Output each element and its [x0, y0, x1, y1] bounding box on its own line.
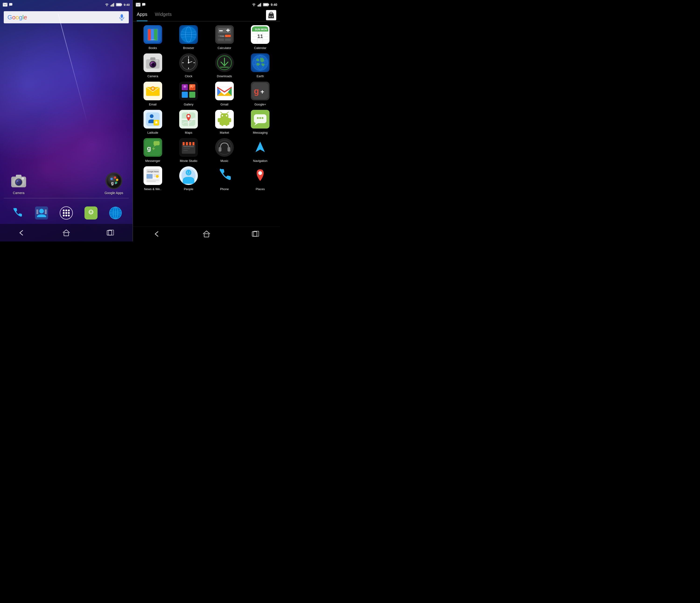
nav-recents-right[interactable] — [249, 229, 262, 238]
app-item-books[interactable]: Books — [136, 25, 170, 50]
maps-label: Maps — [185, 131, 192, 134]
app-item-calculator[interactable]: 7 8 9 ÷ Calculator — [207, 25, 242, 50]
nav-back-right[interactable] — [150, 229, 165, 238]
app-item-email[interactable]: @ Email — [136, 82, 170, 106]
news-label: News & We.. — [144, 187, 161, 191]
svg-rect-72 — [268, 4, 269, 5]
search-bar[interactable]: Google — [4, 11, 129, 23]
svg-rect-108 — [150, 57, 155, 60]
status-bar-right: 9:40 — [133, 0, 280, 9]
app-item-downloads[interactable]: Downloads — [207, 53, 242, 78]
clock-icon — [179, 53, 198, 72]
svg-point-3 — [106, 6, 107, 6]
app-item-messaging[interactable]: Messaging — [243, 110, 277, 134]
app-item-googleplus[interactable]: g + Google+ — [243, 82, 277, 106]
app-item-moviestudio[interactable]: Movie Studio — [172, 138, 206, 162]
tab-group: Apps Widgets — [137, 12, 172, 19]
app-item-earth[interactable]: Earth — [243, 53, 277, 78]
home-googleapps-icon[interactable]: g + Google Apps — [102, 172, 126, 195]
calendar-label: Calendar — [254, 46, 267, 50]
app-item-calendar[interactable]: SUN MON TUE 11 Calendar — [243, 25, 277, 50]
camera-label: Camera — [148, 74, 158, 78]
app-item-navigation[interactable]: Navigation — [243, 138, 277, 162]
svg-point-171 — [261, 117, 264, 119]
svg-point-25 — [116, 179, 118, 181]
svg-rect-0 — [3, 3, 7, 6]
browser-icon — [179, 25, 198, 44]
places-label: Places — [256, 187, 265, 191]
app-item-phone[interactable]: Phone — [207, 166, 242, 191]
app-item-gallery[interactable]: Gallery — [172, 82, 206, 106]
app-item-music[interactable]: Music — [207, 138, 242, 162]
svg-rect-185 — [183, 148, 190, 149]
svg-rect-200 — [147, 180, 159, 180]
dock-app-drawer[interactable] — [59, 205, 74, 221]
svg-rect-183 — [193, 142, 194, 145]
svg-rect-180 — [183, 142, 184, 145]
app-item-browser[interactable]: Browser — [172, 25, 206, 50]
gallery-label: Gallery — [184, 103, 194, 106]
svg-rect-201 — [147, 181, 156, 182]
app-item-messenger[interactable]: g + Messenger — [136, 138, 170, 162]
app-item-latitude[interactable]: Latitude — [136, 110, 170, 134]
dock-phone[interactable] — [9, 205, 25, 221]
mic-button[interactable] — [119, 14, 125, 21]
svg-rect-211 — [204, 234, 209, 237]
browser-label: Browser — [183, 46, 194, 50]
svg-rect-32 — [36, 211, 38, 211]
svg-point-48 — [63, 215, 65, 217]
nav-back-left[interactable] — [15, 228, 29, 237]
svg-rect-91 — [225, 35, 231, 37]
svg-text:11: 11 — [257, 33, 263, 39]
tab-apps[interactable]: Apps — [137, 12, 148, 19]
svg-point-127 — [252, 55, 268, 71]
people-label: People — [184, 187, 193, 191]
app-item-news[interactable]: Google News News & We.. — [136, 166, 170, 191]
app-item-clock[interactable]: Clock — [172, 53, 206, 78]
svg-point-149 — [150, 114, 153, 118]
app-item-maps[interactable]: Maps — [172, 110, 206, 134]
downloads-label: Downloads — [217, 74, 232, 78]
nav-home-right[interactable] — [200, 229, 214, 238]
svg-rect-182 — [189, 142, 191, 145]
messaging-label: Messaging — [253, 131, 268, 134]
nav-home-left[interactable] — [59, 228, 73, 237]
svg-rect-184 — [183, 146, 194, 147]
googleplus-label: Google+ — [254, 103, 266, 106]
nav-recents-left[interactable] — [103, 228, 117, 237]
svg-text:+: + — [115, 181, 117, 185]
svg-rect-190 — [227, 147, 230, 152]
home-camera-icon[interactable]: Camera — [7, 172, 30, 195]
svg-rect-63 — [136, 3, 141, 6]
people-icon — [179, 166, 198, 185]
svg-rect-78 — [148, 29, 151, 40]
svg-point-163 — [222, 115, 223, 117]
svg-point-112 — [151, 63, 153, 64]
dock-contacts[interactable] — [34, 205, 49, 221]
books-label: Books — [149, 46, 157, 50]
app-item-people[interactable]: People — [172, 166, 206, 191]
svg-point-187 — [216, 139, 233, 156]
svg-rect-62 — [108, 230, 114, 235]
gmail-icon — [215, 82, 234, 100]
svg-text:g: g — [111, 181, 114, 185]
svg-point-22 — [107, 174, 121, 188]
svg-text:Google News: Google News — [148, 171, 159, 173]
nav-bar-left — [0, 224, 132, 242]
svg-point-113 — [156, 60, 158, 61]
dock-browser[interactable] — [108, 205, 123, 221]
svg-rect-69 — [259, 4, 260, 6]
app-item-places[interactable]: Places — [243, 166, 277, 191]
store-icon[interactable] — [266, 10, 276, 20]
clock-label: Clock — [185, 74, 193, 78]
svg-rect-92 — [218, 39, 224, 41]
app-item-gmail[interactable]: Gmail — [207, 82, 242, 106]
svg-text:g: g — [147, 145, 151, 152]
email-icon: @ — [144, 82, 162, 100]
svg-rect-64 — [142, 3, 145, 6]
dock-messaging[interactable] — [83, 205, 98, 221]
svg-rect-159 — [229, 118, 231, 122]
tab-widgets[interactable]: Widgets — [155, 12, 172, 19]
app-item-camera[interactable]: Camera — [136, 53, 170, 78]
app-item-market[interactable]: Market — [207, 110, 242, 134]
